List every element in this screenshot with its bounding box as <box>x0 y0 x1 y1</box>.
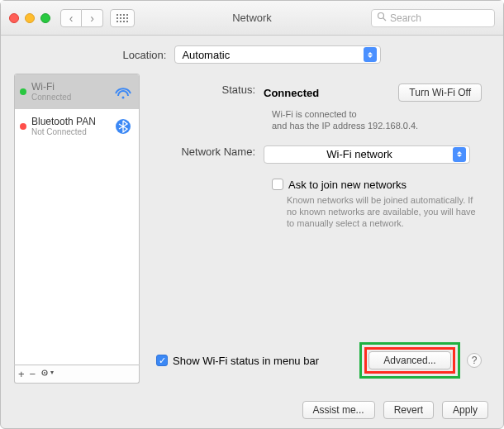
gear-menu-button[interactable] <box>40 368 55 380</box>
show-all-button[interactable] <box>110 9 135 27</box>
chevron-updown-icon <box>453 147 466 162</box>
show-status-row: ✓ Show Wi-Fi status in menu bar <box>156 355 319 367</box>
main-area: Wi-Fi Connected Bluetooth PAN Not Connec… <box>1 74 503 392</box>
ask-join-checkbox[interactable] <box>272 179 283 190</box>
help-button[interactable]: ? <box>467 353 482 368</box>
ask-join-row: Ask to join new networks <box>272 179 482 191</box>
zoom-icon[interactable] <box>40 13 50 23</box>
sidebar-item-bluetooth-pan[interactable]: Bluetooth PAN Not Connected <box>15 109 139 144</box>
advanced-highlight: Advanced... <box>359 342 460 379</box>
svg-point-2 <box>122 97 125 99</box>
status-label: Status: <box>156 83 264 102</box>
service-status: Connected <box>31 93 107 102</box>
service-name: Wi-Fi <box>31 82 107 93</box>
network-name-select[interactable]: Wi-Fi network <box>264 145 470 164</box>
search-icon <box>377 12 387 24</box>
network-name-label: Network Name: <box>156 145 264 164</box>
location-value: Automatic <box>182 49 230 61</box>
close-icon[interactable] <box>9 13 19 23</box>
advanced-button[interactable]: Advanced... <box>368 351 451 369</box>
window-title: Network <box>232 12 272 24</box>
ask-join-note: Known networks will be joined automatica… <box>287 194 477 230</box>
bluetooth-icon <box>112 118 134 135</box>
status-value: Connected <box>264 87 319 99</box>
status-dot-icon <box>20 88 26 95</box>
status-detail-text: Wi-Fi is connected to and has the IP add… <box>272 108 482 132</box>
sidebar: Wi-Fi Connected Bluetooth PAN Not Connec… <box>14 74 140 384</box>
service-name: Bluetooth PAN <box>31 117 107 127</box>
revert-button[interactable]: Revert <box>383 401 434 419</box>
wifi-icon <box>112 83 134 100</box>
status-dot-icon <box>20 123 26 130</box>
sidebar-item-wifi[interactable]: Wi-Fi Connected <box>15 74 139 109</box>
footer: Assist me... Revert Apply <box>1 392 503 428</box>
turn-wifi-off-button[interactable]: Turn Wi-Fi Off <box>398 83 482 102</box>
ask-join-label: Ask to join new networks <box>288 179 407 191</box>
location-row: Location: Automatic <box>1 36 503 74</box>
gear-icon <box>40 368 55 378</box>
service-list: Wi-Fi Connected Bluetooth PAN Not Connec… <box>14 74 140 365</box>
sidebar-toolbar: + − <box>14 365 140 384</box>
add-service-button[interactable]: + <box>18 368 25 380</box>
show-status-checkbox[interactable]: ✓ <box>156 355 168 366</box>
search-placeholder: Search <box>390 12 421 24</box>
service-status: Not Connected <box>31 127 107 136</box>
nav-buttons: ‹ › <box>60 9 103 27</box>
apply-button[interactable]: Apply <box>442 401 488 419</box>
back-button[interactable]: ‹ <box>60 9 82 27</box>
network-name-value: Wi-Fi network <box>271 148 448 160</box>
forward-button[interactable]: › <box>82 9 103 27</box>
detail-pane: Status: Connected Turn Wi-Fi Off Wi-Fi i… <box>151 74 490 384</box>
assist-me-button[interactable]: Assist me... <box>302 401 375 419</box>
search-input[interactable]: Search <box>371 9 495 27</box>
svg-point-0 <box>378 13 384 19</box>
grid-icon <box>116 14 128 22</box>
svg-line-1 <box>383 18 386 21</box>
show-status-label: Show Wi-Fi status in menu bar <box>173 355 319 367</box>
titlebar: ‹ › Network Search <box>1 1 503 36</box>
traffic-lights <box>9 13 50 23</box>
location-label: Location: <box>123 49 167 61</box>
svg-point-5 <box>44 372 45 374</box>
chevron-updown-icon <box>364 47 377 62</box>
remove-service-button[interactable]: − <box>30 368 36 380</box>
network-prefs-window: ‹ › Network Search Location: Automatic <box>0 0 504 429</box>
minimize-icon[interactable] <box>25 13 35 23</box>
location-select[interactable]: Automatic <box>174 45 381 64</box>
